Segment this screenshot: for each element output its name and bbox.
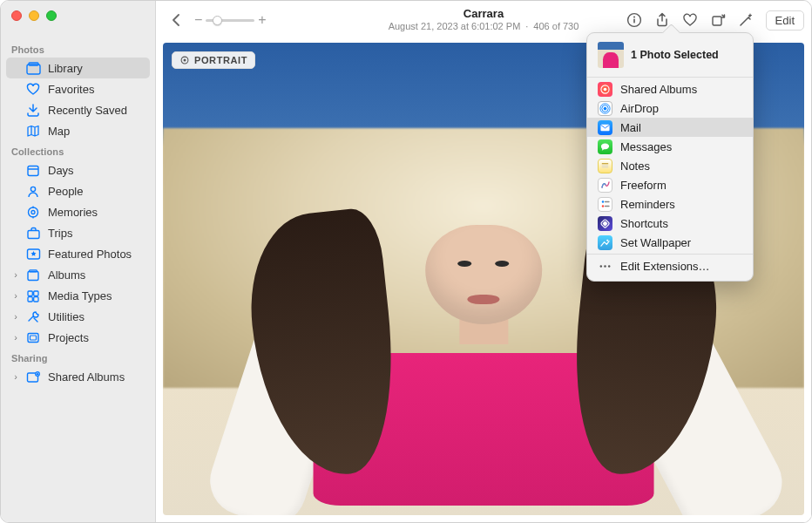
albums-icon	[25, 268, 41, 282]
zoom-slider[interactable]: − +	[194, 12, 267, 28]
edit-button[interactable]: Edit	[766, 10, 804, 31]
sidebar-item-label: Days	[48, 164, 74, 177]
sidebar-item-label: Library	[48, 62, 83, 75]
zoom-out-icon: −	[194, 12, 202, 28]
info-button[interactable]	[621, 9, 647, 31]
sidebar-item-label: Projects	[48, 331, 89, 344]
sidebar-item-recently-saved[interactable]: Recently Saved	[6, 99, 150, 120]
minimize-window-button[interactable]	[29, 10, 39, 21]
svg-rect-12	[30, 269, 37, 271]
back-button[interactable]	[163, 9, 189, 31]
svg-point-5	[29, 207, 38, 217]
sidebar-item-people[interactable]: People	[6, 180, 150, 201]
sidebar-item-label: Albums	[48, 268, 85, 282]
sidebar-item-albums[interactable]: ›Albums	[6, 264, 150, 285]
svg-rect-2	[28, 166, 38, 175]
svg-point-44	[600, 265, 602, 267]
sidebar-item-memories[interactable]: Memories	[6, 201, 150, 222]
zoom-track[interactable]	[206, 19, 254, 22]
share-edit-extensions[interactable]: Edit Extensions…	[587, 256, 753, 275]
chevron-right-icon[interactable]: ›	[11, 371, 20, 382]
sidebar-item-projects[interactable]: ›Projects	[6, 327, 150, 348]
share-popover: 1 Photo Selected Shared AlbumsAirDropMai…	[586, 32, 754, 282]
app-window: PhotosLibraryFavoritesRecently SavedMapC…	[0, 0, 812, 523]
zoom-thumb[interactable]	[213, 16, 222, 25]
svg-point-27	[184, 59, 186, 62]
share-item-shared-albums[interactable]: Shared Albums	[587, 79, 753, 98]
svg-point-43	[606, 239, 608, 241]
svg-rect-18	[30, 336, 37, 340]
wallpaper-icon	[598, 235, 612, 250]
share-item-label: Freeform	[620, 179, 667, 192]
chevron-right-icon[interactable]: ›	[11, 332, 20, 343]
chevron-right-icon[interactable]: ›	[11, 311, 20, 322]
window-controls	[11, 10, 57, 21]
sidebar: PhotosLibraryFavoritesRecently SavedMapC…	[1, 1, 156, 522]
share-item-wallpaper[interactable]: Set Wallpaper	[587, 233, 753, 252]
share-item-notes[interactable]: Notes	[587, 156, 753, 175]
memories-icon	[25, 205, 41, 219]
portrait-badge-icon	[179, 55, 190, 65]
svg-rect-17	[28, 333, 38, 342]
sidebar-item-media-types[interactable]: ›Media Types	[6, 285, 150, 306]
share-item-airdrop[interactable]: AirDrop	[587, 98, 753, 118]
share-item-label: Shortcuts	[620, 217, 668, 230]
share-popover-header: 1 Photo Selected	[587, 38, 753, 75]
sidebar-item-label: Memories	[48, 206, 98, 219]
sidebar-item-trips[interactable]: Trips	[6, 222, 150, 243]
notes-icon	[598, 159, 612, 173]
media-types-icon	[25, 289, 41, 302]
recently-saved-icon	[25, 103, 41, 117]
favorite-button[interactable]	[677, 9, 703, 31]
svg-rect-24	[633, 19, 635, 24]
sidebar-item-label: Utilities	[48, 310, 85, 323]
sidebar-item-label: Shared Albums	[48, 370, 125, 384]
sidebar-item-map[interactable]: Map	[6, 120, 150, 141]
svg-point-30	[604, 106, 607, 110]
projects-icon	[25, 330, 41, 344]
trips-icon	[25, 226, 41, 240]
share-item-label: Shared Albums	[620, 83, 697, 96]
auto-enhance-button[interactable]	[733, 9, 759, 31]
popover-separator	[587, 254, 753, 255]
share-item-shortcuts[interactable]: Shortcuts	[587, 214, 753, 233]
chevron-right-icon[interactable]: ›	[11, 290, 20, 301]
chevron-right-icon[interactable]: ›	[11, 269, 20, 280]
photo-date: August 21, 2023 at 6:01:02 PM	[389, 21, 521, 32]
zoom-in-icon: +	[258, 12, 266, 28]
share-item-label: Reminders	[620, 198, 675, 211]
svg-point-45	[604, 265, 606, 267]
sidebar-item-label: Recently Saved	[48, 104, 127, 117]
sidebar-item-utilities[interactable]: ›Utilities	[6, 306, 150, 327]
portrait-badge: PORTRAIT	[172, 51, 255, 69]
sidebar-item-library[interactable]: Library	[6, 58, 150, 78]
sidebar-item-label: Map	[48, 125, 70, 138]
share-thumbnail	[598, 42, 624, 68]
days-icon	[25, 163, 41, 177]
airdrop-icon	[598, 101, 612, 116]
share-item-label: Set Wallpaper	[620, 236, 691, 249]
share-item-label: Notes	[620, 160, 650, 173]
close-window-button[interactable]	[11, 10, 22, 21]
toolbar-right: Edit	[621, 9, 804, 31]
share-item-mail[interactable]: Mail	[587, 118, 753, 137]
sidebar-item-featured-photos[interactable]: Featured Photos	[6, 243, 150, 264]
sidebar-item-label: Trips	[48, 227, 72, 240]
sidebar-section-header: Photos	[1, 39, 155, 58]
svg-point-23	[633, 17, 635, 18]
svg-point-4	[30, 187, 35, 191]
sidebar-item-days[interactable]: Days	[6, 160, 150, 180]
svg-rect-9	[28, 230, 39, 238]
share-item-reminders[interactable]: Reminders	[587, 194, 753, 214]
share-selection-label: 1 Photo Selected	[631, 49, 719, 61]
messages-icon	[598, 139, 612, 154]
svg-point-39	[601, 205, 603, 207]
sidebar-item-favorites[interactable]: Favorites	[6, 78, 150, 99]
sidebar-item-shared-albums[interactable]: ›Shared Albums	[6, 366, 150, 387]
svg-point-37	[601, 200, 603, 202]
rotate-button[interactable]	[705, 9, 731, 31]
svg-point-6	[31, 210, 35, 214]
share-item-freeform[interactable]: Freeform	[587, 175, 753, 194]
share-item-messages[interactable]: Messages	[587, 137, 753, 156]
fullscreen-window-button[interactable]	[46, 10, 57, 21]
